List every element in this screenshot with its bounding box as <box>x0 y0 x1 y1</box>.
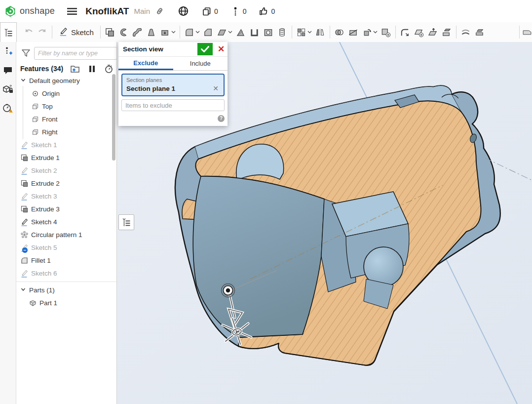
tree-item-sketch2[interactable]: Sketch 2 <box>16 164 116 177</box>
mirror-icon[interactable] <box>313 24 327 40</box>
sketch-icon <box>20 166 29 175</box>
hamburger-menu-icon[interactable] <box>66 5 78 18</box>
undo-button[interactable] <box>22 24 36 40</box>
hole-icon[interactable] <box>262 24 275 40</box>
feature-properties-icon[interactable]: ? <box>2 83 14 95</box>
confirm-button[interactable] <box>197 43 213 55</box>
tree-item-extrude3[interactable]: Extrude 3 <box>16 202 116 215</box>
draft-dropdown-icon[interactable] <box>228 24 233 40</box>
tree-item-fillet1[interactable]: Fillet 1 <box>16 254 116 267</box>
tree-item-extrude2[interactable]: Extrude 2 <box>16 177 116 190</box>
sketch-button[interactable]: Sketch <box>55 24 98 40</box>
revolve-icon[interactable] <box>117 24 131 40</box>
remove-selection-icon[interactable]: ✕ <box>212 84 220 92</box>
create-version-icon[interactable] <box>2 46 14 58</box>
redo-button[interactable] <box>36 24 49 40</box>
copy-workspace-counter[interactable]: 0 <box>200 5 218 18</box>
tree-item-sketch5[interactable]: − Sketch 5 <box>16 241 116 254</box>
likes-counter[interactable]: 0 <box>258 5 275 18</box>
thread-icon[interactable] <box>275 24 289 40</box>
viewport-feature-list-toggle[interactable] <box>118 214 134 230</box>
transform-dropdown-icon[interactable] <box>373 24 378 40</box>
document-title[interactable]: KnoflikAT <box>85 6 129 17</box>
tree-group-default-geometry[interactable]: Default geometry <box>16 74 116 87</box>
left-rail: ? ! <box>0 42 16 404</box>
parts-group-header[interactable]: Parts (1) <box>16 283 116 296</box>
delete-part-icon[interactable] <box>379 24 393 40</box>
tree-item-circular-pattern1[interactable]: Circular pattern 1 <box>16 228 116 241</box>
items-to-exclude-input[interactable] <box>121 99 225 111</box>
check-icon <box>201 46 209 52</box>
draft-icon[interactable] <box>215 24 229 40</box>
tree-item-top-plane[interactable]: Top <box>16 100 116 113</box>
feature-panel-scrollbar[interactable] <box>112 74 115 161</box>
chamfer-icon[interactable] <box>201 24 215 40</box>
filter-icon[interactable] <box>21 48 32 58</box>
delete-face-icon[interactable] <box>412 24 426 40</box>
modify-fillet-icon[interactable] <box>398 24 412 40</box>
extrude-icon <box>20 205 29 213</box>
section-plane-value: Section plane 1 <box>126 85 212 92</box>
workspace-name[interactable]: Main <box>134 7 150 15</box>
extrude-icon[interactable] <box>103 24 117 40</box>
chevron-down-icon[interactable] <box>20 286 27 294</box>
insert-feature-folder-icon[interactable] <box>70 64 80 74</box>
chevron-down-icon[interactable] <box>20 77 27 84</box>
shell-icon[interactable] <box>248 24 262 40</box>
pattern-dropdown-icon[interactable] <box>307 24 312 40</box>
sweep-icon[interactable] <box>131 24 145 40</box>
replace-face-icon[interactable] <box>440 24 454 40</box>
versions-counter[interactable]: 0 <box>229 5 247 18</box>
rib-icon[interactable] <box>234 24 248 40</box>
suppressed-badge: − <box>22 247 28 253</box>
manipulator-ball[interactable] <box>222 284 235 297</box>
feature-tree: Default geometry Origin Top Front Right … <box>16 74 116 280</box>
tree-item-sketch4[interactable]: Sketch 4 <box>16 215 116 228</box>
comments-icon[interactable] <box>2 65 14 77</box>
loft-icon[interactable] <box>145 24 158 40</box>
share-link-icon[interactable] <box>153 5 166 18</box>
onshape-logo-icon <box>4 5 16 17</box>
plane-icon <box>31 115 39 123</box>
thicken-dropdown-icon[interactable] <box>171 24 176 40</box>
section-view-dialog: Section view ✕ Exclude Include Section p… <box>118 42 228 126</box>
tree-item-origin[interactable]: Origin <box>16 87 116 100</box>
plane-icon <box>31 128 39 136</box>
onshape-logo[interactable]: onshape <box>0 5 55 17</box>
versions-icon <box>229 5 242 18</box>
linear-pattern-icon[interactable] <box>295 24 308 40</box>
rollback-history-icon[interactable] <box>104 64 114 74</box>
feature-list-toggle-button[interactable] <box>0 22 17 42</box>
tree-item-sketch3[interactable]: Sketch 3 <box>16 190 116 202</box>
section-planes-field[interactable]: Section planes Section plane 1 ✕ <box>121 74 225 96</box>
tab-include[interactable]: Include <box>173 57 228 70</box>
feature-toolbar: Sketch <box>0 22 532 42</box>
sketch-icon <box>20 192 29 201</box>
performance-warning-icon[interactable]: ! <box>2 102 14 114</box>
circular-pattern-icon <box>20 231 29 239</box>
fillet-icon[interactable] <box>183 24 196 40</box>
part-item-part1[interactable]: Part 1 <box>16 296 116 309</box>
tab-exclude[interactable]: Exclude <box>118 57 173 70</box>
tree-item-sketch6[interactable]: Sketch 6 <box>16 267 116 280</box>
filter-input[interactable] <box>34 47 117 60</box>
suspend-rebuild-icon[interactable] <box>87 64 97 74</box>
fillet-dropdown-icon[interactable] <box>195 24 200 40</box>
tree-item-sketch1[interactable]: Sketch 1 <box>16 138 116 151</box>
split-icon[interactable] <box>346 24 360 40</box>
features-header: Features (34) <box>20 65 63 73</box>
tree-item-front-plane[interactable]: Front <box>16 113 116 125</box>
thicken-icon[interactable] <box>158 24 172 40</box>
inner-wall[interactable] <box>193 176 324 337</box>
tree-item-extrude1[interactable]: Extrude 1 <box>16 151 116 164</box>
help-icon[interactable]: ? <box>218 115 225 122</box>
surface-icon[interactable] <box>522 24 532 40</box>
offset-surface-icon[interactable] <box>459 24 473 40</box>
globe-icon[interactable] <box>177 5 190 18</box>
transform-icon[interactable] <box>360 24 374 40</box>
move-face-icon[interactable] <box>426 24 440 40</box>
tree-item-right-plane[interactable]: Right <box>16 125 116 138</box>
enclose-icon[interactable] <box>473 24 487 40</box>
cancel-button[interactable]: ✕ <box>215 43 227 55</box>
boolean-icon[interactable] <box>333 24 346 40</box>
